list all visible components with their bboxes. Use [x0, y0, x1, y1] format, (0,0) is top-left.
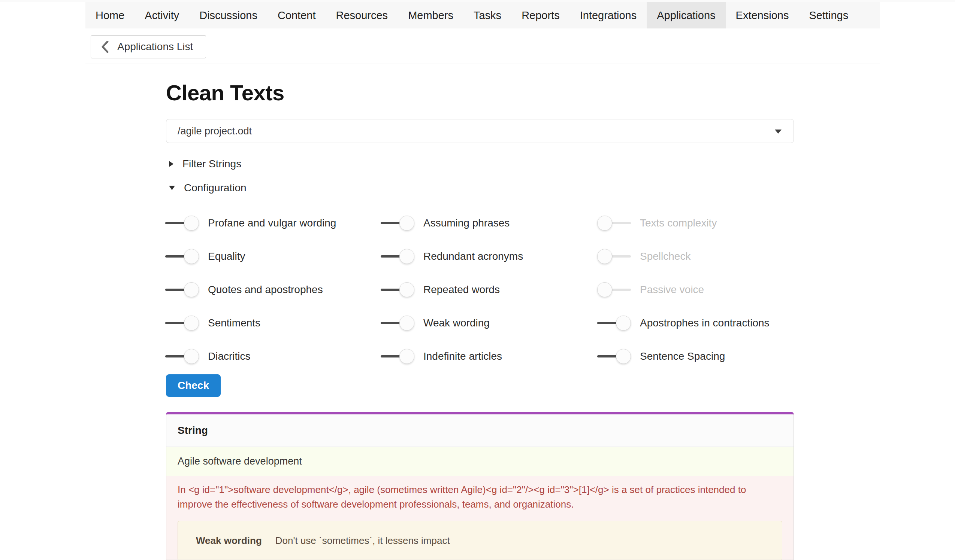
toggle-switch[interactable]	[380, 248, 414, 264]
toggle-switch[interactable]	[165, 315, 199, 331]
diff-text: In <g id="1">software development</g>, a…	[178, 482, 782, 512]
tab-integrations[interactable]: Integrations	[570, 2, 647, 28]
toggle-row-spellcheck: Spellcheck	[597, 240, 770, 273]
toggle-label: Profane and vulgar wording	[208, 217, 336, 229]
caret-right-icon	[169, 161, 174, 167]
tab-home[interactable]: Home	[85, 2, 135, 28]
toggle-row-repeated-words: Repeated words	[380, 273, 597, 306]
results-panel: String Agile software development In <g …	[166, 412, 794, 560]
toggle-switch[interactable]	[380, 282, 414, 298]
toggle-switch[interactable]	[597, 215, 631, 231]
chevron-down-icon	[775, 129, 781, 134]
toggle-row-sentiments: Sentiments	[165, 306, 380, 340]
tab-applications[interactable]: Applications	[647, 2, 725, 28]
tab-tasks[interactable]: Tasks	[463, 2, 511, 28]
tab-settings[interactable]: Settings	[799, 2, 858, 28]
toggle-label: Indefinite articles	[423, 350, 502, 362]
issue-message: Don't use `sometimes`, it lessens impact	[276, 535, 450, 546]
tab-activity[interactable]: Activity	[135, 2, 189, 28]
toggle-switch[interactable]	[380, 348, 414, 364]
toggle-switch[interactable]	[165, 282, 199, 298]
file-dropdown[interactable]: /agile project.odt	[166, 119, 794, 143]
toggle-switch[interactable]	[597, 282, 631, 298]
header-divider	[85, 64, 880, 64]
toggle-row-sentence-spacing: Sentence Spacing	[597, 340, 770, 373]
toggle-switch[interactable]	[165, 215, 199, 231]
toggle-switch[interactable]	[380, 215, 414, 231]
toggle-row-quotes-and-apostrophes: Quotes and apostrophes	[165, 273, 380, 306]
page-title: Clean Texts	[166, 80, 284, 105]
toggle-row-profane-and-vulgar-wording: Profane and vulgar wording	[165, 206, 380, 240]
toggle-switch[interactable]	[597, 315, 631, 331]
issue-category: Weak wording	[196, 535, 262, 546]
toggle-label: Sentence Spacing	[640, 350, 725, 362]
back-button-label: Applications List	[117, 41, 193, 53]
results-header: String	[166, 414, 794, 447]
configuration-toggle-grid: Profane and vulgar wording Equality Quot…	[165, 206, 770, 373]
toggle-row-texts-complexity: Texts complexity	[597, 206, 770, 240]
checked-string-row: Agile software development	[166, 447, 794, 476]
page: Home Activity Discussions Content Resour…	[0, 0, 955, 560]
tab-resources[interactable]: Resources	[326, 2, 398, 28]
file-dropdown-value: /agile project.odt	[178, 125, 252, 137]
tab-extensions[interactable]: Extensions	[726, 2, 799, 28]
toggle-label: Diacritics	[208, 350, 250, 362]
tab-reports[interactable]: Reports	[511, 2, 570, 28]
toggle-switch[interactable]	[597, 248, 631, 264]
toggle-switch[interactable]	[165, 248, 199, 264]
toggle-label: Assuming phrases	[423, 217, 510, 229]
issue-box: Weak wording Don't use `sometimes`, it l…	[178, 521, 782, 560]
toggle-label: Weak wording	[423, 317, 490, 329]
toggle-row-weak-wording: Weak wording	[380, 306, 597, 340]
toggle-row-apostrophes-in-contractions: Apostrophes in contractions	[597, 306, 770, 340]
filter-strings-label: Filter Strings	[182, 158, 241, 170]
tab-members[interactable]: Members	[398, 2, 463, 28]
toggle-switch[interactable]	[165, 348, 199, 364]
toggle-row-diacritics: Diacritics	[165, 340, 380, 373]
toggle-label: Equality	[208, 250, 246, 262]
toggle-row-passive-voice: Passive voice	[597, 273, 770, 306]
configuration-label: Configuration	[184, 182, 247, 194]
configuration-expander[interactable]: Configuration	[169, 181, 247, 195]
toggle-switch[interactable]	[597, 348, 631, 364]
toggle-label: Repeated words	[423, 284, 500, 296]
applications-list-back-button[interactable]: Applications List	[91, 35, 206, 58]
toggle-row-assuming-phrases: Assuming phrases	[380, 206, 597, 240]
toggle-row-indefinite-articles: Indefinite articles	[380, 340, 597, 373]
tab-content[interactable]: Content	[268, 2, 326, 28]
toggle-label: Texts complexity	[640, 217, 717, 229]
caret-down-icon	[169, 186, 175, 190]
filter-strings-expander[interactable]: Filter Strings	[169, 157, 241, 171]
check-button[interactable]: Check	[166, 374, 221, 397]
toggle-label: Quotes and apostrophes	[208, 284, 323, 296]
toggle-row-redundant-acronyms: Redundant acronyms	[380, 240, 597, 273]
tab-discussions[interactable]: Discussions	[189, 2, 268, 28]
toggle-label: Redundant acronyms	[423, 250, 523, 262]
toggle-switch[interactable]	[380, 315, 414, 331]
toggle-row-equality: Equality	[165, 240, 380, 273]
toggle-label: Apostrophes in contractions	[640, 317, 770, 329]
main-nav: Home Activity Discussions Content Resour…	[85, 2, 880, 28]
toggle-label: Spellcheck	[640, 250, 690, 262]
chevron-left-icon	[101, 41, 109, 53]
diff-zone: In <g id="1">software development</g>, a…	[166, 476, 794, 560]
toggle-label: Sentiments	[208, 317, 260, 329]
toggle-label: Passive voice	[640, 284, 704, 296]
